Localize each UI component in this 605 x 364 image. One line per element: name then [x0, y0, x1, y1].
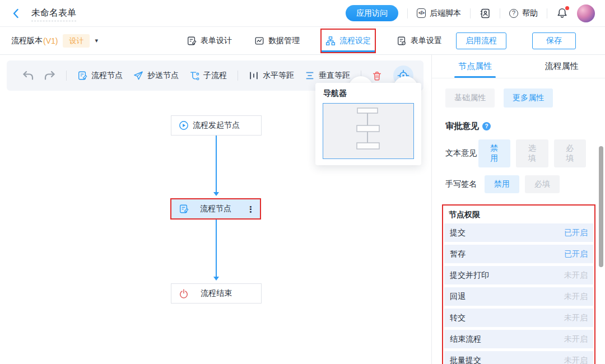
app-root: 未命名表单 应用访问 </> 后端脚本 ? 帮助	[0, 0, 605, 364]
permission-row-submit-print[interactable]: 提交并打印 未开启	[444, 266, 593, 284]
permission-row-end-flow[interactable]: 结束流程 未开启	[444, 330, 593, 348]
horizontal-spacing-button[interactable]: 水平等距	[249, 71, 294, 81]
caret-down-icon[interactable]: ▾	[95, 37, 98, 44]
property-group-buttons: 基础属性 更多属性	[445, 88, 605, 108]
flow-canvas[interactable]: 流程节点 抄送节点 子流程 水平等距 垂直等距	[0, 55, 431, 364]
navigator-minimap[interactable]	[323, 103, 414, 159]
more-properties-button[interactable]: 更多属性	[504, 88, 553, 108]
flow-edge	[216, 136, 217, 195]
divider	[238, 71, 238, 81]
delete-trash-icon[interactable]	[372, 71, 382, 81]
permission-status: 未开启	[564, 313, 588, 323]
add-subflow-button[interactable]: 子流程	[189, 71, 227, 81]
user-avatar[interactable]	[577, 4, 595, 22]
signature-required-button[interactable]: 必填	[525, 175, 560, 193]
main-tabs: 表单设计 数据管理 流程设定 表单设置	[185, 28, 444, 54]
approval-section-title: 审批意见 ?	[445, 121, 592, 132]
vertical-spacing-button[interactable]: 垂直等距	[305, 71, 350, 81]
tab-node-properties[interactable]: 节点属性	[432, 55, 519, 78]
permission-row-rollback[interactable]: 回退 未开启	[444, 287, 593, 306]
redo-icon[interactable]	[44, 71, 55, 81]
title-wrap: 未命名表单	[31, 7, 76, 19]
permission-label: 提交	[450, 228, 466, 238]
paper-plane-icon	[133, 71, 143, 81]
tab-label: 表单设计	[201, 36, 232, 46]
header-actions: 应用访问 </> 后端脚本 ? 帮助	[346, 4, 595, 22]
node-flow-end[interactable]: 流程结束	[171, 283, 262, 304]
tab-data-management[interactable]: 数据管理	[253, 29, 301, 53]
help-tooltip-icon[interactable]: ?	[482, 122, 491, 130]
design-badge: 设计	[63, 34, 90, 48]
power-icon	[179, 288, 189, 298]
permission-status: 已开启	[564, 249, 588, 259]
app-access-button[interactable]: 应用访问	[346, 5, 398, 21]
node-flow-task-selected[interactable]: 流程节点 ⋮	[170, 198, 261, 220]
add-flow-node-button[interactable]: 流程节点	[77, 71, 123, 81]
permission-row-submit[interactable]: 提交 已开启	[444, 223, 593, 242]
version-number: (V1)	[43, 36, 58, 45]
divider	[470, 8, 471, 18]
code-icon: </>	[417, 8, 426, 18]
panel-tabs: 节点属性 流程属性	[432, 55, 605, 78]
tab-label: 数据管理	[268, 36, 300, 46]
backend-script-button[interactable]: </> 后端脚本	[417, 8, 461, 18]
sub-header: 流程版本 (V1) 设计 ▾ 表单设计 数据管理 流程设定 表单设置	[0, 27, 605, 55]
divider	[66, 71, 67, 81]
horizontal-spacing-icon	[249, 71, 259, 81]
panel-tab-label: 节点属性	[458, 61, 492, 72]
flow-edge	[216, 220, 217, 279]
tab-flow-settings[interactable]: 流程设定	[320, 29, 376, 53]
approval-title-text: 审批意见	[445, 121, 479, 132]
basic-properties-button[interactable]: 基础属性	[445, 88, 495, 108]
toolbar-label: 子流程	[203, 71, 227, 81]
add-cc-node-button[interactable]: 抄送节点	[133, 71, 179, 81]
text-opinion-disable-button[interactable]: 禁用	[478, 139, 510, 167]
permissions-title: 节点权限	[444, 206, 593, 223]
permission-status: 未开启	[564, 292, 588, 302]
divider	[407, 8, 408, 18]
tab-form-settings[interactable]: 表单设置	[395, 29, 444, 53]
permission-status: 未开启	[564, 334, 588, 344]
option-row-label: 手写签名	[445, 179, 485, 189]
active-panel-tab-underline	[454, 76, 496, 78]
permission-row-save-draft[interactable]: 暂存 已开启	[444, 245, 593, 263]
version-label: 流程版本	[11, 36, 43, 46]
backend-script-label: 后端脚本	[430, 8, 461, 18]
notification-bell-icon[interactable]	[556, 7, 568, 19]
permission-status: 未开启	[564, 270, 588, 281]
divider	[547, 8, 547, 18]
form-node-icon	[77, 71, 87, 81]
tab-form-design[interactable]: 表单设计	[185, 29, 234, 53]
undo-icon[interactable]	[22, 71, 34, 81]
text-opinion-optional-button[interactable]: 选填	[516, 139, 548, 167]
enable-flow-button[interactable]: 启用流程	[456, 32, 506, 49]
toolbar-label: 抄送节点	[147, 71, 179, 81]
node-more-options-icon[interactable]: ⋮	[246, 205, 255, 213]
permission-label: 批量提交	[450, 356, 481, 364]
text-opinion-required-button[interactable]: 必填	[554, 139, 586, 167]
tab-flow-properties[interactable]: 流程属性	[519, 55, 605, 78]
node-permissions-section: 节点权限 提交 已开启 暂存 已开启 提交并打印 未开启 回退 未开启 转交 未…	[442, 204, 595, 364]
permission-row-transfer[interactable]: 转交 未开启	[444, 309, 593, 327]
contacts-icon[interactable]	[480, 8, 491, 19]
save-button[interactable]: 保存	[532, 32, 576, 49]
node-label: 流程节点	[200, 204, 231, 214]
permission-status: 未开启	[564, 356, 588, 364]
panel-scrollbar[interactable]	[599, 146, 603, 267]
signature-disable-button[interactable]: 禁用	[485, 175, 519, 193]
sub-actions: 启用流程 保存	[456, 32, 576, 49]
flow-version-selector[interactable]: 流程版本 (V1) 设计 ▾	[11, 27, 98, 54]
node-flow-start[interactable]: 流程发起节点	[171, 115, 262, 136]
properties-panel: 节点属性 流程属性 基础属性 更多属性 审批意见 ? 文本意见 禁用 选填 必填…	[431, 55, 605, 364]
signature-row: 手写签名 禁用 必填	[445, 175, 592, 193]
toolbar-label: 水平等距	[263, 71, 294, 81]
help-button[interactable]: ? 帮助	[509, 8, 538, 18]
permission-row-batch-submit[interactable]: 批量提交 未开启	[444, 351, 593, 364]
top-header: 未命名表单 应用访问 </> 后端脚本 ? 帮助	[0, 0, 605, 27]
play-icon	[179, 120, 189, 130]
back-icon[interactable]	[10, 7, 22, 20]
navigator-title: 导航器	[323, 88, 421, 99]
node-label: 流程发起节点	[193, 120, 240, 130]
permission-label: 暂存	[450, 249, 466, 259]
page-title[interactable]: 未命名表单	[31, 8, 76, 21]
